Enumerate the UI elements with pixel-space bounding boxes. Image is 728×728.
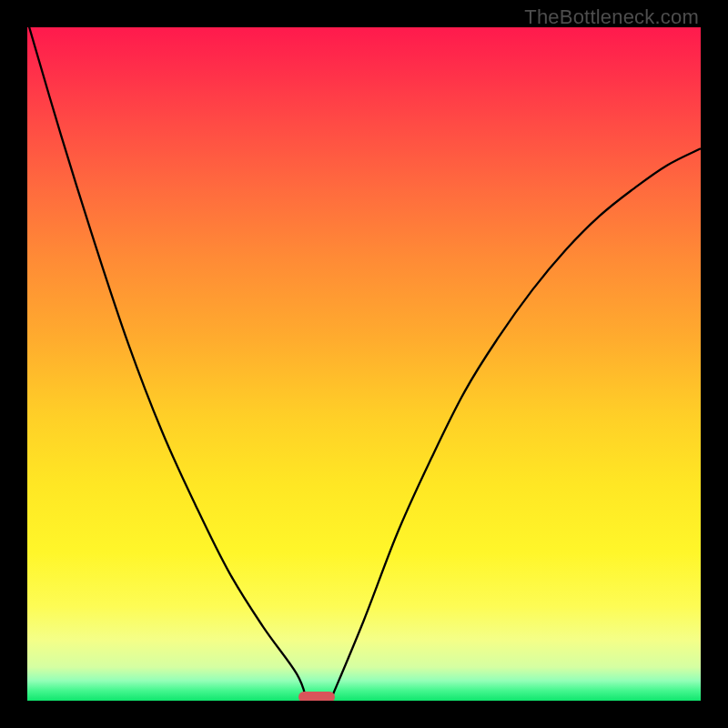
chart-frame: TheBottleneck.com	[0, 0, 728, 728]
left-curve	[27, 27, 307, 701]
attribution-text: TheBottleneck.com	[524, 5, 699, 29]
plot-area	[27, 27, 701, 701]
right-curve	[330, 148, 701, 701]
bottleneck-marker	[298, 692, 335, 701]
curve-layer	[27, 27, 701, 701]
